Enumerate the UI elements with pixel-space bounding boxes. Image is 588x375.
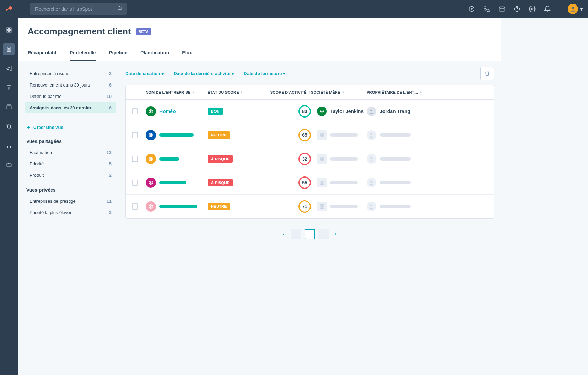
svg-point-49 xyxy=(370,181,372,183)
view-item[interactable]: Produit2 xyxy=(25,170,116,181)
hubspot-logo-icon[interactable] xyxy=(5,4,14,13)
sort-icon: ▲▼ xyxy=(240,91,243,94)
view-item[interactable]: Facturation12 xyxy=(25,147,116,158)
col-score-state-header[interactable]: ÉTAT DU SCORE▲▼ xyxy=(208,90,259,94)
tab-récapitulatif[interactable]: Récapitulatif xyxy=(28,46,56,61)
svg-point-21 xyxy=(7,124,8,126)
page-header: Accompagnement client BÊTA xyxy=(18,18,501,37)
global-search xyxy=(30,3,127,15)
sort-icon: ▲▼ xyxy=(308,91,311,94)
table-row: À RISQUE55 xyxy=(126,171,494,195)
view-label: Assignés dans les 30 dernier… xyxy=(30,105,96,110)
view-item[interactable]: Détenus par moi10 xyxy=(25,91,116,102)
score-state-badge: NEUTRE xyxy=(208,203,230,210)
table-area: Date de création▾ Date de la dernière ac… xyxy=(118,61,501,301)
page-button[interactable] xyxy=(291,229,301,239)
col-activity-header[interactable]: SCORE D'ACTIVITÉ▲▼ xyxy=(259,90,311,94)
sort-icon: ▲▼ xyxy=(342,91,345,94)
tab-pipeline[interactable]: Pipeline xyxy=(109,46,127,61)
page-button[interactable] xyxy=(318,229,329,239)
row-checkbox[interactable] xyxy=(132,108,138,114)
tabs-nav: RécapitulatifPortefeuillePipelinePlanifi… xyxy=(18,46,501,61)
view-item[interactable]: Priorité la plus élevée2 xyxy=(25,207,116,218)
col-owner-header[interactable]: PROPRIÉTAIRE DE L'ENT…▲▼ xyxy=(367,90,487,94)
row-checkbox[interactable] xyxy=(132,203,138,210)
view-label: Renouvellement dans 30 jours xyxy=(30,82,90,88)
activity-score: 32 xyxy=(298,153,311,165)
upgrade-icon[interactable] xyxy=(468,6,475,12)
nav-dashboard-icon[interactable] xyxy=(3,24,15,36)
parent-company-icon xyxy=(317,107,327,116)
nav-library-icon[interactable] xyxy=(3,159,15,171)
private-views-title: Vues privées xyxy=(26,187,116,193)
col-parent-header[interactable]: SOCIÉTÉ MÈRE▲▼ xyxy=(311,90,367,94)
tab-portefeuille[interactable]: Portefeuille xyxy=(70,46,96,61)
view-item[interactable]: Entreprises à risque2 xyxy=(25,68,116,79)
placeholder-bar xyxy=(330,157,358,161)
table-header: NOM DE L'ENTREPRISE▲▼ ÉTAT DU SCORE▲▼ SC… xyxy=(126,85,494,100)
company-logo-icon xyxy=(146,130,156,140)
row-checkbox[interactable] xyxy=(132,156,138,162)
placeholder-bar xyxy=(330,181,358,184)
placeholder-bar xyxy=(159,133,194,137)
chevron-down-icon: ▾ xyxy=(161,71,164,76)
filter-date-activity[interactable]: Date de la dernière activité▾ xyxy=(174,71,234,76)
delete-button[interactable] xyxy=(480,67,494,80)
chevron-down-icon: ▾ xyxy=(283,71,285,76)
placeholder-avatar-icon xyxy=(367,178,376,188)
nav-contacts-icon[interactable] xyxy=(3,43,15,55)
placeholder-icon xyxy=(317,178,327,188)
divider xyxy=(27,118,114,118)
placeholder-bar xyxy=(380,157,411,161)
filter-date-creation[interactable]: Date de création▾ xyxy=(125,71,164,76)
svg-point-35 xyxy=(370,133,372,135)
nav-automation-icon[interactable] xyxy=(3,121,15,132)
plus-icon: ＋ xyxy=(26,124,31,130)
filter-date-close[interactable]: Date de fermeture▾ xyxy=(244,71,286,76)
view-count: 6 xyxy=(109,105,112,110)
search-icon[interactable] xyxy=(117,6,123,12)
placeholder-bar xyxy=(159,181,186,184)
sort-icon: ▲▼ xyxy=(192,91,195,94)
create-view-button[interactable]: ＋ Créer une vue xyxy=(25,122,116,132)
company-name-link[interactable]: Homéo xyxy=(159,109,176,114)
nav-reports-icon[interactable] xyxy=(3,140,15,152)
view-label: Détenus par moi xyxy=(30,94,62,99)
view-label: Produit xyxy=(30,173,44,178)
svg-rect-20 xyxy=(7,106,11,109)
page-button-current[interactable] xyxy=(305,229,315,239)
activity-score: 71 xyxy=(298,200,311,213)
view-count: 10 xyxy=(107,94,112,99)
nav-commerce-icon[interactable] xyxy=(3,101,15,113)
tab-planification[interactable]: Planification xyxy=(140,46,169,61)
placeholder-icon xyxy=(317,202,327,211)
nav-content-icon[interactable] xyxy=(3,82,15,94)
nav-marketing-icon[interactable] xyxy=(3,63,15,74)
table-row: À RISQUE32 xyxy=(126,147,494,171)
score-state-badge: À RISQUE xyxy=(208,179,233,186)
col-company-header[interactable]: NOM DE L'ENTREPRISE▲▼ xyxy=(146,90,208,94)
score-state-badge: BON xyxy=(208,108,223,115)
row-checkbox[interactable] xyxy=(132,132,138,138)
marketplace-icon[interactable] xyxy=(498,6,501,12)
topbar-actions: ▾ xyxy=(468,4,501,14)
filter-row: Date de création▾ Date de la dernière ac… xyxy=(125,67,494,80)
view-item[interactable]: Priorité5 xyxy=(25,158,116,170)
phone-icon[interactable] xyxy=(483,6,490,12)
table-row: HoméoBON83Taylor JenkinsJordan Trang xyxy=(126,100,494,123)
owner-avatar-icon xyxy=(367,107,376,116)
view-item[interactable]: Renouvellement dans 30 jours6 xyxy=(25,79,116,91)
svg-point-2 xyxy=(6,9,7,11)
search-input[interactable] xyxy=(30,3,127,15)
view-label: Priorité xyxy=(30,161,44,166)
svg-rect-51 xyxy=(320,205,324,209)
page-next-button[interactable]: › xyxy=(332,231,339,237)
tab-flux[interactable]: Flux xyxy=(182,46,192,61)
row-checkbox[interactable] xyxy=(132,180,138,186)
view-item[interactable]: Entreprises de prestige11 xyxy=(25,195,116,207)
companies-table: NOM DE L'ENTREPRISE▲▼ ÉTAT DU SCORE▲▼ SC… xyxy=(125,85,494,219)
svg-point-56 xyxy=(370,205,372,206)
view-item[interactable]: Assignés dans les 30 dernier…6 xyxy=(25,102,116,113)
placeholder-bar xyxy=(159,157,179,161)
page-prev-button[interactable]: ‹ xyxy=(281,231,287,237)
